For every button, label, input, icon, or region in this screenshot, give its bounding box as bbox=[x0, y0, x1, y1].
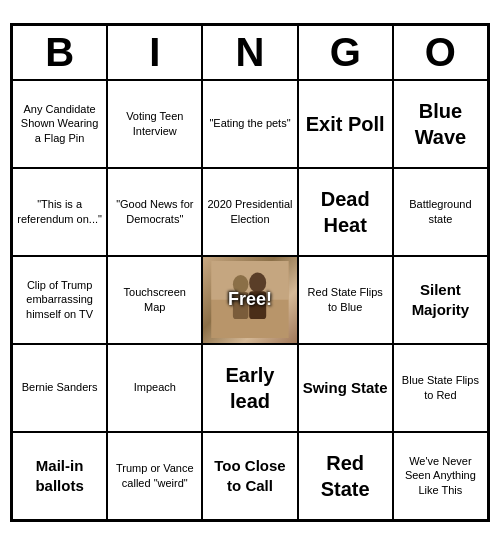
bingo-cell-19: Blue State Flips to Red bbox=[393, 344, 488, 432]
bingo-cell-5: "This is a referendum on..." bbox=[12, 168, 107, 256]
bingo-cell-2: "Eating the pets" bbox=[202, 80, 297, 168]
bingo-cell-15: Bernie Sanders bbox=[12, 344, 107, 432]
bingo-cell-9: Battleground state bbox=[393, 168, 488, 256]
bingo-card: BINGO Any Candidate Shown Wearing a Flag… bbox=[10, 23, 490, 522]
bingo-cell-20: Mail-in ballots bbox=[12, 432, 107, 520]
bingo-cell-10: Clip of Trump embarrassing himself on TV bbox=[12, 256, 107, 344]
bingo-letter-n: N bbox=[202, 25, 297, 80]
bingo-cell-23: Red State bbox=[298, 432, 393, 520]
bingo-cell-22: Too Close to Call bbox=[202, 432, 297, 520]
bingo-cell-17: Early lead bbox=[202, 344, 297, 432]
bingo-cell-12: Free! bbox=[202, 256, 297, 344]
bingo-cell-14: Silent Majority bbox=[393, 256, 488, 344]
bingo-cell-7: 2020 Presidential Election bbox=[202, 168, 297, 256]
bingo-cell-13: Red State Flips to Blue bbox=[298, 256, 393, 344]
bingo-letter-g: G bbox=[298, 25, 393, 80]
bingo-cell-11: Touchscreen Map bbox=[107, 256, 202, 344]
bingo-cell-0: Any Candidate Shown Wearing a Flag Pin bbox=[12, 80, 107, 168]
bingo-grid: Any Candidate Shown Wearing a Flag PinVo… bbox=[12, 80, 488, 520]
bingo-cell-16: Impeach bbox=[107, 344, 202, 432]
bingo-header: BINGO bbox=[12, 25, 488, 80]
bingo-cell-1: Voting Teen Interview bbox=[107, 80, 202, 168]
bingo-cell-4: Blue Wave bbox=[393, 80, 488, 168]
bingo-cell-6: "Good News for Democrats" bbox=[107, 168, 202, 256]
bingo-letter-o: O bbox=[393, 25, 488, 80]
bingo-letter-b: B bbox=[12, 25, 107, 80]
bingo-cell-3: Exit Poll bbox=[298, 80, 393, 168]
free-label: Free! bbox=[228, 288, 272, 311]
bingo-cell-21: Trump or Vance called "weird" bbox=[107, 432, 202, 520]
bingo-cell-18: Swing State bbox=[298, 344, 393, 432]
bingo-letter-i: I bbox=[107, 25, 202, 80]
bingo-cell-8: Dead Heat bbox=[298, 168, 393, 256]
bingo-cell-24: We've Never Seen Anything Like This bbox=[393, 432, 488, 520]
